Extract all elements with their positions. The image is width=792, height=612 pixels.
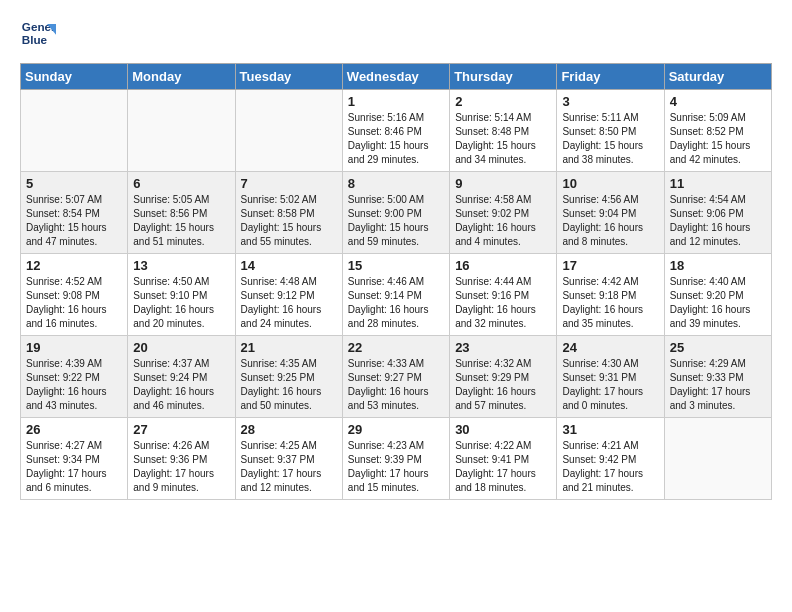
day-number: 29 <box>348 422 444 437</box>
calendar-cell: 2Sunrise: 5:14 AM Sunset: 8:48 PM Daylig… <box>450 90 557 172</box>
day-info: Sunrise: 5:05 AM Sunset: 8:56 PM Dayligh… <box>133 193 229 249</box>
day-number: 10 <box>562 176 658 191</box>
calendar-cell: 17Sunrise: 4:42 AM Sunset: 9:18 PM Dayli… <box>557 254 664 336</box>
day-number: 18 <box>670 258 766 273</box>
day-info: Sunrise: 5:09 AM Sunset: 8:52 PM Dayligh… <box>670 111 766 167</box>
day-info: Sunrise: 4:58 AM Sunset: 9:02 PM Dayligh… <box>455 193 551 249</box>
day-number: 19 <box>26 340 122 355</box>
day-info: Sunrise: 5:14 AM Sunset: 8:48 PM Dayligh… <box>455 111 551 167</box>
header-saturday: Saturday <box>664 64 771 90</box>
day-info: Sunrise: 4:32 AM Sunset: 9:29 PM Dayligh… <box>455 357 551 413</box>
day-number: 22 <box>348 340 444 355</box>
day-info: Sunrise: 4:42 AM Sunset: 9:18 PM Dayligh… <box>562 275 658 331</box>
day-info: Sunrise: 4:23 AM Sunset: 9:39 PM Dayligh… <box>348 439 444 495</box>
day-number: 17 <box>562 258 658 273</box>
calendar-cell: 5Sunrise: 5:07 AM Sunset: 8:54 PM Daylig… <box>21 172 128 254</box>
calendar-cell: 30Sunrise: 4:22 AM Sunset: 9:41 PM Dayli… <box>450 418 557 500</box>
calendar-cell: 1Sunrise: 5:16 AM Sunset: 8:46 PM Daylig… <box>342 90 449 172</box>
calendar-header: Sunday Monday Tuesday Wednesday Thursday… <box>21 64 772 90</box>
day-info: Sunrise: 4:46 AM Sunset: 9:14 PM Dayligh… <box>348 275 444 331</box>
calendar-cell <box>128 90 235 172</box>
calendar-week-5: 26Sunrise: 4:27 AM Sunset: 9:34 PM Dayli… <box>21 418 772 500</box>
calendar-cell: 26Sunrise: 4:27 AM Sunset: 9:34 PM Dayli… <box>21 418 128 500</box>
calendar-week-3: 12Sunrise: 4:52 AM Sunset: 9:08 PM Dayli… <box>21 254 772 336</box>
day-number: 4 <box>670 94 766 109</box>
calendar-cell: 3Sunrise: 5:11 AM Sunset: 8:50 PM Daylig… <box>557 90 664 172</box>
header-thursday: Thursday <box>450 64 557 90</box>
day-info: Sunrise: 4:29 AM Sunset: 9:33 PM Dayligh… <box>670 357 766 413</box>
day-info: Sunrise: 4:35 AM Sunset: 9:25 PM Dayligh… <box>241 357 337 413</box>
day-info: Sunrise: 4:52 AM Sunset: 9:08 PM Dayligh… <box>26 275 122 331</box>
day-number: 23 <box>455 340 551 355</box>
calendar-cell: 13Sunrise: 4:50 AM Sunset: 9:10 PM Dayli… <box>128 254 235 336</box>
calendar-cell: 12Sunrise: 4:52 AM Sunset: 9:08 PM Dayli… <box>21 254 128 336</box>
day-number: 11 <box>670 176 766 191</box>
day-number: 13 <box>133 258 229 273</box>
calendar-body: 1Sunrise: 5:16 AM Sunset: 8:46 PM Daylig… <box>21 90 772 500</box>
day-info: Sunrise: 4:50 AM Sunset: 9:10 PM Dayligh… <box>133 275 229 331</box>
calendar-cell: 31Sunrise: 4:21 AM Sunset: 9:42 PM Dayli… <box>557 418 664 500</box>
day-number: 8 <box>348 176 444 191</box>
day-info: Sunrise: 5:07 AM Sunset: 8:54 PM Dayligh… <box>26 193 122 249</box>
header: General Blue <box>20 15 772 51</box>
day-number: 20 <box>133 340 229 355</box>
day-number: 25 <box>670 340 766 355</box>
day-number: 27 <box>133 422 229 437</box>
calendar-week-4: 19Sunrise: 4:39 AM Sunset: 9:22 PM Dayli… <box>21 336 772 418</box>
calendar-cell: 19Sunrise: 4:39 AM Sunset: 9:22 PM Dayli… <box>21 336 128 418</box>
day-info: Sunrise: 4:54 AM Sunset: 9:06 PM Dayligh… <box>670 193 766 249</box>
calendar-cell: 29Sunrise: 4:23 AM Sunset: 9:39 PM Dayli… <box>342 418 449 500</box>
day-number: 16 <box>455 258 551 273</box>
svg-text:Blue: Blue <box>22 33 48 46</box>
calendar-cell: 14Sunrise: 4:48 AM Sunset: 9:12 PM Dayli… <box>235 254 342 336</box>
day-info: Sunrise: 4:22 AM Sunset: 9:41 PM Dayligh… <box>455 439 551 495</box>
calendar-cell: 23Sunrise: 4:32 AM Sunset: 9:29 PM Dayli… <box>450 336 557 418</box>
day-info: Sunrise: 4:30 AM Sunset: 9:31 PM Dayligh… <box>562 357 658 413</box>
calendar-cell: 24Sunrise: 4:30 AM Sunset: 9:31 PM Dayli… <box>557 336 664 418</box>
header-monday: Monday <box>128 64 235 90</box>
header-wednesday: Wednesday <box>342 64 449 90</box>
day-info: Sunrise: 4:44 AM Sunset: 9:16 PM Dayligh… <box>455 275 551 331</box>
day-number: 6 <box>133 176 229 191</box>
logo: General Blue <box>20 15 60 51</box>
page: General Blue Sunday Monday Tuesday Wedne… <box>0 0 792 612</box>
calendar-table: Sunday Monday Tuesday Wednesday Thursday… <box>20 63 772 500</box>
day-info: Sunrise: 4:21 AM Sunset: 9:42 PM Dayligh… <box>562 439 658 495</box>
day-info: Sunrise: 4:26 AM Sunset: 9:36 PM Dayligh… <box>133 439 229 495</box>
calendar-cell <box>235 90 342 172</box>
day-number: 24 <box>562 340 658 355</box>
day-number: 26 <box>26 422 122 437</box>
calendar-cell: 11Sunrise: 4:54 AM Sunset: 9:06 PM Dayli… <box>664 172 771 254</box>
calendar-cell: 15Sunrise: 4:46 AM Sunset: 9:14 PM Dayli… <box>342 254 449 336</box>
day-number: 2 <box>455 94 551 109</box>
calendar-cell: 9Sunrise: 4:58 AM Sunset: 9:02 PM Daylig… <box>450 172 557 254</box>
day-number: 5 <box>26 176 122 191</box>
day-info: Sunrise: 4:40 AM Sunset: 9:20 PM Dayligh… <box>670 275 766 331</box>
header-tuesday: Tuesday <box>235 64 342 90</box>
header-sunday: Sunday <box>21 64 128 90</box>
day-number: 9 <box>455 176 551 191</box>
day-info: Sunrise: 4:27 AM Sunset: 9:34 PM Dayligh… <box>26 439 122 495</box>
day-info: Sunrise: 4:48 AM Sunset: 9:12 PM Dayligh… <box>241 275 337 331</box>
calendar-week-1: 1Sunrise: 5:16 AM Sunset: 8:46 PM Daylig… <box>21 90 772 172</box>
day-number: 12 <box>26 258 122 273</box>
calendar-cell: 25Sunrise: 4:29 AM Sunset: 9:33 PM Dayli… <box>664 336 771 418</box>
header-row: Sunday Monday Tuesday Wednesday Thursday… <box>21 64 772 90</box>
calendar-cell: 28Sunrise: 4:25 AM Sunset: 9:37 PM Dayli… <box>235 418 342 500</box>
logo-icon: General Blue <box>20 15 56 51</box>
day-info: Sunrise: 5:02 AM Sunset: 8:58 PM Dayligh… <box>241 193 337 249</box>
header-friday: Friday <box>557 64 664 90</box>
day-info: Sunrise: 4:39 AM Sunset: 9:22 PM Dayligh… <box>26 357 122 413</box>
day-number: 3 <box>562 94 658 109</box>
calendar-cell: 10Sunrise: 4:56 AM Sunset: 9:04 PM Dayli… <box>557 172 664 254</box>
calendar-cell: 8Sunrise: 5:00 AM Sunset: 9:00 PM Daylig… <box>342 172 449 254</box>
day-number: 7 <box>241 176 337 191</box>
calendar-cell: 16Sunrise: 4:44 AM Sunset: 9:16 PM Dayli… <box>450 254 557 336</box>
day-number: 31 <box>562 422 658 437</box>
calendar-cell <box>21 90 128 172</box>
calendar-cell: 22Sunrise: 4:33 AM Sunset: 9:27 PM Dayli… <box>342 336 449 418</box>
day-info: Sunrise: 4:33 AM Sunset: 9:27 PM Dayligh… <box>348 357 444 413</box>
calendar-cell: 20Sunrise: 4:37 AM Sunset: 9:24 PM Dayli… <box>128 336 235 418</box>
day-number: 1 <box>348 94 444 109</box>
calendar-cell: 4Sunrise: 5:09 AM Sunset: 8:52 PM Daylig… <box>664 90 771 172</box>
